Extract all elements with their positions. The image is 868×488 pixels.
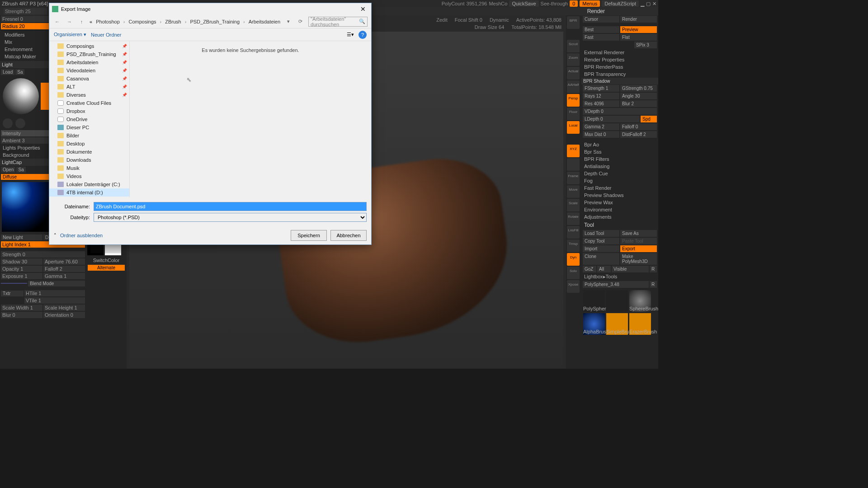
bpr-pass-item[interactable]: BPR RenderPass xyxy=(581,63,658,70)
visible-button[interactable]: Visible xyxy=(612,266,649,272)
crumb[interactable]: Photoshop xyxy=(96,19,120,24)
xpose-icon[interactable]: Xpose xyxy=(567,280,580,293)
flat-button[interactable]: Flat xyxy=(620,34,657,41)
blur-slider[interactable]: Blur 0 xyxy=(1,312,42,318)
tree-item[interactable]: OneDrive xyxy=(49,115,129,123)
xyz-icon[interactable]: XYZ xyxy=(567,145,580,157)
export-button[interactable]: Export xyxy=(620,245,657,252)
organize-button[interactable]: Organisieren ▾ xyxy=(54,32,86,38)
ldepth-slider[interactable]: LDepth 0 xyxy=(583,116,640,122)
gstrength-slider[interactable]: GStrength 0.75 xyxy=(620,85,657,92)
gamma2-slider[interactable]: Gamma 2 xyxy=(583,123,619,130)
quicksave-button[interactable]: QuickSave xyxy=(509,0,538,7)
sa2-button[interactable]: Sa xyxy=(16,167,25,173)
frame-icon[interactable]: Frame xyxy=(567,172,580,184)
tree-item[interactable]: Bilder xyxy=(49,131,129,140)
bpr-icon[interactable]: BPR xyxy=(567,16,580,29)
preview-button[interactable]: Preview xyxy=(620,26,657,33)
defaultzscript-button[interactable]: DefaultZScript xyxy=(602,0,639,7)
tree-item[interactable]: Dokumente xyxy=(49,148,129,156)
spix-slider[interactable]: SPix 3 xyxy=(634,42,657,48)
tree-item[interactable]: Dropbox xyxy=(49,107,129,115)
distfall-slider[interactable]: DistFalloff 2 xyxy=(620,131,657,138)
shadow-slider[interactable]: Shadow 30 xyxy=(1,258,42,265)
env2-item[interactable]: Environment xyxy=(581,206,658,213)
nav-fwd-icon[interactable]: → xyxy=(65,17,74,27)
lnsfill-icon[interactable]: LnsFill xyxy=(567,226,580,239)
spd-button[interactable]: Spd xyxy=(641,116,657,122)
saveas-button[interactable]: Save As xyxy=(620,230,657,237)
strength-slider[interactable]: Strength 25 xyxy=(4,8,47,14)
scroll-icon[interactable]: Scroll xyxy=(567,40,580,52)
tree-item[interactable]: Creative Cloud Files xyxy=(49,99,129,107)
cancel-button[interactable]: Abbrechen xyxy=(330,230,367,241)
polysphere-label[interactable]: PolySphere_3.48 xyxy=(583,281,649,288)
move-icon[interactable]: Move xyxy=(567,185,580,198)
actual-icon[interactable]: Actual xyxy=(567,67,580,80)
gamma-slider[interactable]: Gamma 1 xyxy=(43,273,85,279)
prevwax-item[interactable]: Preview Wax xyxy=(581,199,658,206)
tree-item[interactable]: 4TB internal (D:) xyxy=(49,188,129,197)
light-type-1-icon[interactable] xyxy=(3,118,13,128)
tree-item[interactable]: Composings📌 xyxy=(49,42,129,50)
all-button[interactable]: All xyxy=(597,266,611,272)
alternate-button[interactable]: Alternate xyxy=(88,265,125,271)
pastetool-button[interactable]: Paste Tool xyxy=(620,238,657,244)
import-button[interactable]: Import xyxy=(583,245,619,252)
tool-thumb[interactable]: AlphaBrush xyxy=(583,313,605,335)
strength2-slider[interactable]: Strength 0 xyxy=(1,251,85,258)
orient-slider[interactable]: Orientation 0 xyxy=(43,312,85,318)
tool-thumb[interactable] xyxy=(606,290,628,312)
r-button[interactable]: R xyxy=(650,266,657,272)
render-props-item[interactable]: Render Properties xyxy=(581,56,658,63)
exposure-slider[interactable]: Exposure 1 xyxy=(1,273,42,279)
tree-item[interactable]: Downloads xyxy=(49,156,129,164)
res-slider[interactable]: Res 4096 xyxy=(583,100,619,107)
tree-item[interactable]: Casanova📌 xyxy=(49,75,129,83)
blend-pick[interactable] xyxy=(1,283,27,284)
nav-up-icon[interactable]: ↑ xyxy=(77,17,86,27)
clone-button[interactable]: Clone xyxy=(583,253,619,265)
zoom-icon[interactable]: Zoom xyxy=(567,53,580,66)
view-mode-icon[interactable]: ☰▾ xyxy=(347,32,354,38)
goz-button[interactable]: GoZ xyxy=(583,266,596,272)
filename-input[interactable] xyxy=(94,202,367,211)
seethrough-slider[interactable]: 0 xyxy=(570,0,578,7)
bpr-sss-item[interactable]: Bpr Sss xyxy=(581,148,658,155)
sa-button[interactable]: Sa xyxy=(15,69,24,75)
fastrender-item[interactable]: Fast Render xyxy=(581,184,658,192)
tree-item[interactable]: Diverses📌 xyxy=(49,91,129,99)
tree-item[interactable]: Lokaler Datenträger (C:) xyxy=(49,180,129,188)
crumb[interactable]: PSD_ZBrush_Training xyxy=(190,19,240,24)
newfolder-button[interactable]: Neuer Ordner xyxy=(91,32,121,38)
dialog-close-icon[interactable]: ✕ xyxy=(358,5,368,13)
ext-renderer-item[interactable]: External Renderer xyxy=(581,49,658,56)
window-close-icon[interactable]: ✕ xyxy=(652,1,656,7)
window-min-icon[interactable]: ▁ xyxy=(641,1,644,7)
vtile-slider[interactable]: VTile 1 xyxy=(24,297,85,304)
tool-thumb[interactable]: ErazerBrush xyxy=(629,313,651,335)
crumb[interactable]: Arbeitsdateien xyxy=(249,19,280,24)
tree-item[interactable]: Videodateien📌 xyxy=(49,66,129,75)
depthcue-item[interactable]: Depth Cue xyxy=(581,170,658,177)
crumb[interactable]: ZBrush xyxy=(165,19,181,24)
tree-item[interactable]: Videos xyxy=(49,172,129,180)
loadtool-button[interactable]: Load Tool xyxy=(583,230,619,237)
tree-item[interactable]: Dieser PC xyxy=(49,123,129,131)
best-button[interactable]: Best xyxy=(583,26,619,33)
tree-item[interactable]: PSD_ZBrush_Training📌 xyxy=(49,50,129,58)
angle-slider[interactable]: Angle 30 xyxy=(620,93,657,99)
falloff2-slider[interactable]: Falloff 0 xyxy=(620,123,657,130)
tool-thumb[interactable]: SimpleBrush xyxy=(606,313,628,335)
crumb[interactable]: Composings xyxy=(128,19,156,24)
trnsp-icon[interactable]: Trnsp xyxy=(567,239,580,252)
scaleheight-slider[interactable]: Scale Height 1 xyxy=(43,305,85,311)
dialog-search-input[interactable]: "Arbeitsdateien" durchsuchen 🔍 xyxy=(308,17,368,27)
hidefolders-button[interactable]: Ordner ausblenden xyxy=(60,233,103,238)
crumb-dropdown-icon[interactable]: ▾ xyxy=(284,17,292,27)
tool-thumb[interactable]: PolySphere_3 xyxy=(583,290,605,312)
r2-button[interactable]: R xyxy=(650,281,657,288)
solo-icon[interactable]: Solo xyxy=(567,267,580,279)
local-icon[interactable]: Local xyxy=(567,121,580,134)
dyn-icon[interactable]: Dyn xyxy=(567,253,580,266)
